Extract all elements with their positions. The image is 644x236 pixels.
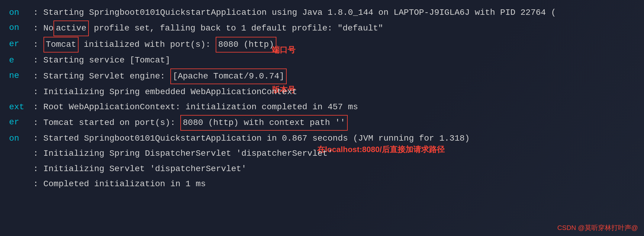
log-line-7: ext : Root WebApplicationContext: initia… — [9, 100, 635, 114]
active-highlight: active — [53, 21, 89, 36]
log-text-8: : Tomcat started on port(s): 8080 (http)… — [33, 115, 348, 131]
log-text-1: : Starting Springboot0101QuickstartAppli… — [33, 5, 556, 20]
log-line-8: er : Tomcat started on port(s): 8080 (ht… — [9, 115, 635, 131]
log-line-9: on : Started Springboot0101QuickstartApp… — [9, 131, 635, 146]
log-line-12: : Completed initialization in 1 ms — [9, 177, 635, 191]
log-line-1: on : Starting Springboot0101QuickstartAp… — [9, 5, 635, 20]
log-text-9: : Started Springboot0101QuickstartApplic… — [33, 131, 470, 146]
log-text-2: : Noactive profile set, falling back to … — [33, 21, 383, 36]
log-line-6: : Initializing Spring embedded WebApplic… — [9, 85, 635, 99]
log-text-10: : Initializing Spring DispatcherServlet … — [33, 146, 333, 161]
log-prefix-7: ext — [9, 100, 33, 114]
log-text-3: : Tomcat initialized with port(s): 8080 … — [33, 37, 276, 53]
log-prefix-5: ne — [9, 69, 33, 83]
version-box: [Apache Tomcat/9.0.74] — [170, 69, 287, 84]
log-line-2: on : Noactive profile set, falling back … — [9, 21, 635, 36]
log-prefix-1: on — [9, 5, 33, 20]
watermark: CSDN @莫听穿林打叶声@ — [557, 223, 638, 232]
log-prefix-2: on — [9, 21, 33, 35]
log-line-4: e : Starting service [Tomcat] — [9, 53, 635, 68]
contextpath-box: 8080 (http) with context path '' — [180, 115, 348, 131]
log-text-11: : Initializing Servlet 'dispatcherServle… — [33, 162, 246, 176]
log-prefix-4: e — [9, 53, 33, 68]
port-box: 8080 (http) — [216, 37, 276, 53]
log-line-11: : Initializing Servlet 'dispatcherServle… — [9, 162, 635, 176]
log-text-5: : Starting Servlet engine: [Apache Tomca… — [33, 69, 287, 84]
tomcat-box: Tomcat — [43, 37, 79, 53]
log-text-6: : Initializing Spring embedded WebApplic… — [33, 85, 297, 99]
log-prefix-3: er — [9, 37, 33, 51]
log-line-3: er : Tomcat initialized with port(s): 80… — [9, 37, 635, 53]
log-line-10: : Initializing Spring DispatcherServlet … — [9, 146, 635, 161]
log-prefix-8: er — [9, 115, 33, 129]
log-line-5: ne : Starting Servlet engine: [Apache To… — [9, 69, 635, 84]
log-prefix-9: on — [9, 131, 33, 146]
log-text-7: : Root WebApplicationContext: initializa… — [33, 100, 358, 114]
log-text-12: : Completed initialization in 1 ms — [33, 177, 206, 191]
terminal-content: on : Starting Springboot0101QuickstartAp… — [0, 0, 644, 197]
log-text-4: : Starting service [Tomcat] — [33, 53, 170, 68]
